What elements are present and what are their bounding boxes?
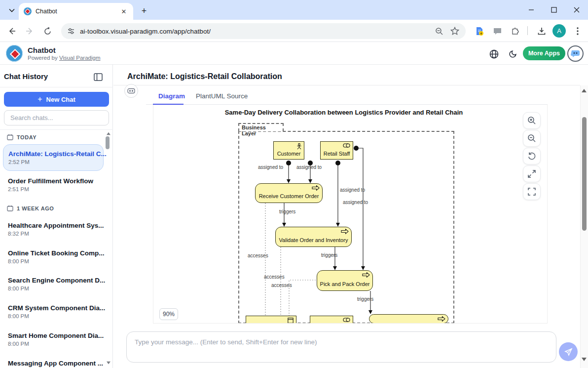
edge-label: triggers	[321, 252, 337, 258]
conversation-title: ArchiMate: Logistics-Retail Collaboratio…	[127, 72, 282, 81]
chat-item-search-engine[interactable]: Search Engine Component D... 8:00 PM	[3, 277, 103, 291]
section-header-1-week-ago: 1 WEEK AGO	[7, 205, 54, 211]
chat-item-order-fulfillment[interactable]: Order Fulfillment Workflow 2:51 PM	[3, 177, 103, 192]
extensions-puzzle-icon[interactable]	[510, 25, 521, 37]
collapse-sidebar-icon[interactable]	[93, 72, 104, 82]
forward-icon[interactable]	[24, 25, 36, 37]
zoom-in-button[interactable]	[523, 112, 541, 129]
business-role-icon	[343, 318, 350, 322]
main-scrollbar-down[interactable]	[582, 358, 587, 361]
url-text[interactable]: ai-toolbox.visual-paradigm.com/app/chatb…	[80, 28, 211, 35]
reset-view-button[interactable]	[523, 148, 541, 164]
calendar-icon	[7, 134, 13, 140]
edge-label: accesses	[248, 253, 268, 258]
url-bar[interactable]: ai-toolbox.visual-paradigm.com/app/chatb…	[61, 23, 466, 39]
sidebar-scrollbar-up[interactable]	[106, 132, 111, 135]
chat-item-smart-home[interactable]: Smart Home Component Dia... 8:00 PM	[3, 332, 103, 347]
toolbar-separator	[527, 26, 528, 35]
downloads-icon[interactable]	[536, 25, 548, 37]
back-icon[interactable]	[6, 25, 18, 37]
app-header	[0, 42, 588, 65]
assistant-avatar-robot-icon	[124, 84, 138, 98]
plus-icon: +	[37, 95, 42, 104]
node-customer[interactable]: Customer	[273, 141, 304, 160]
send-button[interactable]	[559, 342, 578, 361]
fullscreen-button[interactable]	[523, 183, 541, 200]
new-chat-button[interactable]: + New Chat	[4, 92, 109, 107]
diagram-card: Diagram PlantUML Source Same-Day Deliver…	[146, 89, 548, 325]
node-business-role-partial[interactable]	[310, 316, 353, 324]
tab-diagram[interactable]: Diagram	[158, 92, 185, 100]
main-scrollbar-up[interactable]	[582, 89, 587, 92]
chatbot-assistant-icon[interactable]	[567, 45, 584, 62]
chat-history-sidebar: Chat History + New Chat TODAY ArchiMate:…	[0, 65, 113, 368]
divider	[0, 87, 113, 87]
business-actor-icon	[297, 143, 301, 150]
business-role-icon	[343, 143, 350, 148]
node-business-process-partial[interactable]	[369, 314, 448, 324]
app-logo[interactable]	[6, 45, 23, 62]
dark-mode-moon-icon[interactable]	[507, 48, 518, 59]
chat-item-healthcare[interactable]: Healthcare Appointment Sys... 8:32 PM	[3, 222, 103, 237]
edge-label: assigned to	[343, 200, 368, 205]
more-apps-button[interactable]: More Apps	[523, 46, 565, 60]
node-business-object-partial[interactable]	[246, 316, 296, 324]
chat-item-messaging[interactable]: Messaging App Component ...	[3, 360, 103, 367]
powered-by-text: Powered by Visual Paradigm	[28, 55, 100, 61]
site-settings-icon[interactable]	[67, 27, 75, 35]
search-chats-input[interactable]	[4, 110, 109, 125]
divider	[0, 129, 113, 130]
business-process-icon	[438, 316, 445, 322]
language-globe-icon[interactable]	[488, 48, 499, 59]
browser-window: Chatbot ✕ + ai-toolbox.visual-paradigm.c…	[0, 0, 588, 368]
sidebar-scrollbar-thumb[interactable]	[106, 136, 110, 149]
chat-item-online-ticket[interactable]: Online Ticket Booking Comp... 8:00 PM	[3, 249, 103, 264]
business-process-icon	[362, 272, 370, 278]
zoom-out-button[interactable]	[523, 130, 541, 147]
sidebar-scrollbar-down[interactable]	[106, 361, 111, 365]
window-close-button[interactable]	[565, 0, 588, 20]
message-composer	[113, 325, 580, 368]
zoom-level-badge: 90%	[159, 308, 178, 320]
browser-tab[interactable]: Chatbot ✕	[19, 3, 133, 20]
edge-label: triggers	[279, 209, 295, 214]
edge-label: accesses	[264, 274, 285, 280]
bookmark-star-icon[interactable]	[449, 25, 461, 37]
app-title: Chatbot	[28, 46, 56, 54]
extension-chat-icon[interactable]	[491, 25, 503, 37]
favicon	[24, 7, 32, 15]
node-retail-staff[interactable]: Retail Staff	[320, 141, 353, 160]
reload-icon[interactable]	[41, 25, 53, 37]
edge-label: assigned to	[296, 164, 322, 170]
sidebar-title: Chat History	[4, 72, 48, 81]
tab-search-chevron-icon[interactable]	[5, 4, 19, 17]
chat-item-crm[interactable]: CRM System Component Dia... 8:00 PM	[3, 304, 103, 319]
message-input[interactable]	[126, 331, 556, 363]
extension-doc-icon[interactable]	[474, 25, 485, 37]
paper-plane-icon	[564, 348, 573, 356]
tab-close-icon[interactable]: ✕	[119, 7, 128, 16]
main-scrollbar-thumb[interactable]	[582, 117, 587, 231]
new-tab-button[interactable]: +	[138, 5, 150, 17]
business-object-icon	[288, 318, 294, 324]
edge-label: accesses	[271, 283, 292, 288]
browser-titlebar: Chatbot ✕ +	[0, 0, 588, 20]
chat-item-archimate[interactable]: ArchiMate: Logistics-Retail C... 2:52 PM	[3, 144, 104, 171]
tab-plantuml-source[interactable]: PlantUML Source	[196, 92, 248, 100]
browser-profile-avatar[interactable]: A	[552, 24, 566, 38]
edge-label: triggers	[357, 296, 373, 302]
visual-paradigm-link[interactable]: Visual Paradigm	[59, 55, 101, 61]
node-validate-order-and-inventory[interactable]: Validate Order and Inventory	[275, 227, 352, 247]
tab-title: Chatbot	[36, 8, 119, 15]
business-process-icon	[341, 229, 349, 234]
fit-to-screen-button[interactable]	[523, 165, 541, 182]
tab-bar: Diagram PlantUML Source	[146, 89, 548, 105]
node-pick-and-pack-order[interactable]: Pick and Pack Order	[317, 270, 373, 291]
page-zoom-icon[interactable]	[433, 25, 445, 37]
window-maximize-button[interactable]	[543, 0, 565, 20]
browser-menu-kebab-icon[interactable]	[572, 25, 584, 37]
edge-label: assigned to	[258, 164, 283, 170]
window-minimize-button[interactable]	[520, 0, 543, 20]
node-receive-customer-order[interactable]: Receive Customer Order	[255, 183, 323, 203]
diagram-viewport[interactable]: Same-Day Delivery Collaboration between …	[153, 105, 548, 324]
